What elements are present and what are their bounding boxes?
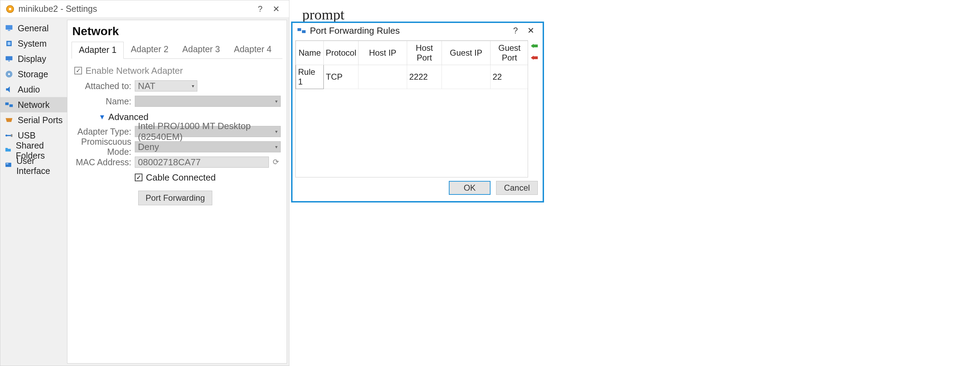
settings-titlebar: minikube2 - Settings ? ✕ (0, 0, 289, 18)
svg-point-1 (9, 8, 11, 10)
sidebar-item-system[interactable]: System (0, 36, 67, 51)
cable-connected-checkbox[interactable]: Cable Connected (135, 172, 281, 183)
promiscuous-select: Deny▾ (135, 141, 281, 152)
pf-table[interactable]: Name Protocol Host IP Host Port Guest IP… (295, 40, 528, 177)
svg-rect-24 (534, 56, 538, 59)
cell-host-port[interactable]: 2222 (407, 65, 442, 89)
svg-rect-11 (5, 102, 9, 105)
chip-icon (5, 39, 14, 48)
col-protocol[interactable]: Protocol (324, 41, 358, 65)
chevron-down-icon: ▾ (275, 99, 278, 104)
network-icon (5, 100, 14, 109)
adapter-tabs: Adapter 1 Adapter 2 Adapter 3 Adapter 4 (72, 42, 282, 59)
attached-to-label: Attached to: (73, 81, 135, 91)
sidebar-item-label: Network (18, 100, 50, 110)
gear-icon (5, 4, 15, 14)
tab-adapter-4[interactable]: Adapter 4 (227, 42, 278, 58)
ok-button[interactable]: OK (449, 181, 490, 195)
sidebar-item-general[interactable]: General (0, 21, 67, 36)
promiscuous-label: Promiscuous Mode: (73, 137, 135, 157)
display-icon (5, 54, 14, 63)
section-title: Network (72, 24, 282, 38)
serial-icon (5, 115, 14, 125)
table-row[interactable]: Rule 1 TCP 2222 22 (296, 65, 528, 89)
network-icon (297, 26, 306, 35)
port-forwarding-button[interactable]: Port Forwarding (138, 191, 212, 205)
cell-guest-port[interactable]: 22 (490, 65, 528, 89)
svg-rect-3 (8, 30, 10, 30)
close-icon[interactable]: ✕ (523, 26, 538, 35)
cell-host-ip[interactable] (358, 65, 407, 89)
svg-rect-17 (6, 163, 11, 167)
window-title: minikube2 - Settings (18, 4, 252, 14)
disclosure-triangle-icon: ▼ (99, 113, 106, 121)
refresh-icon[interactable]: ⟳ (272, 158, 280, 167)
svg-rect-2 (6, 25, 13, 30)
tab-adapter-1[interactable]: Adapter 1 (72, 42, 124, 59)
settings-content: Network Adapter 1 Adapter 2 Adapter 3 Ad… (67, 20, 287, 364)
cell-name[interactable]: Rule 1 (296, 65, 324, 89)
col-guest-ip[interactable]: Guest IP (442, 41, 490, 65)
svg-rect-12 (10, 104, 13, 107)
svg-marker-21 (531, 44, 534, 48)
close-icon[interactable]: ✕ (268, 4, 284, 14)
enable-adapter-checkbox[interactable]: Enable Network Adapter (74, 66, 183, 76)
pf-side-toolbar (530, 40, 540, 177)
ui-icon (5, 161, 12, 171)
svg-point-9 (8, 73, 10, 75)
adapter-type-select: Intel PRO/1000 MT Desktop (82540EM)▾ (135, 126, 281, 137)
mac-input[interactable]: 08002718CA77 (135, 157, 269, 168)
svg-point-15 (6, 135, 7, 136)
sidebar-item-label: Audio (18, 85, 40, 94)
help-icon[interactable]: ? (508, 26, 523, 35)
chevron-down-icon: ▾ (192, 83, 194, 89)
disk-icon (5, 70, 14, 78)
sidebar-item-network[interactable]: Network (0, 97, 67, 112)
svg-marker-13 (6, 118, 13, 122)
cable-connected-label: Cable Connected (146, 172, 216, 183)
svg-rect-22 (534, 45, 538, 47)
usb-icon (5, 131, 14, 140)
svg-marker-23 (531, 56, 534, 60)
monitor-icon (5, 24, 14, 33)
sidebar-item-label: User Interface (16, 156, 63, 176)
port-forwarding-dialog: Port Forwarding Rules ? ✕ Name Protocol … (291, 22, 544, 203)
tab-adapter-3[interactable]: Adapter 3 (175, 42, 227, 58)
sidebar-item-label: USB (18, 131, 35, 141)
cancel-button[interactable]: Cancel (496, 181, 538, 195)
sidebar-item-label: System (18, 38, 46, 49)
pf-title: Port Forwarding Rules (310, 26, 508, 36)
cell-guest-ip[interactable] (442, 65, 490, 89)
mac-label: MAC Address: (73, 157, 135, 167)
attached-to-select[interactable]: NAT ▾ (135, 80, 197, 91)
sidebar-item-user-interface[interactable]: User Interface (0, 158, 67, 174)
remove-rule-icon[interactable] (530, 54, 538, 61)
svg-rect-19 (298, 28, 301, 31)
col-guest-port[interactable]: Guest Port (490, 41, 528, 65)
pf-footer: OK Cancel (293, 177, 542, 198)
enable-adapter-label: Enable Network Adapter (86, 66, 183, 76)
folder-icon (5, 146, 12, 155)
adapter-type-label: Adapter Type: (73, 127, 135, 137)
svg-marker-10 (6, 86, 10, 92)
sidebar-item-audio[interactable]: Audio (0, 82, 67, 97)
svg-rect-18 (6, 163, 8, 165)
col-host-ip[interactable]: Host IP (358, 41, 407, 65)
col-name[interactable]: Name (296, 41, 324, 65)
help-icon[interactable]: ? (252, 4, 268, 14)
settings-sidebar: General System Display Storage Audio Net… (0, 18, 67, 366)
sidebar-item-serial-ports[interactable]: Serial Ports (0, 112, 67, 128)
tab-adapter-2[interactable]: Adapter 2 (124, 42, 175, 58)
sidebar-item-label: Serial Ports (18, 115, 62, 125)
sidebar-item-label: Storage (18, 69, 48, 79)
attached-to-value: NAT (138, 81, 155, 91)
sidebar-item-label: General (18, 23, 49, 34)
sidebar-item-storage[interactable]: Storage (0, 66, 67, 82)
name-select: ▾ (135, 96, 281, 107)
svg-rect-16 (11, 134, 12, 137)
add-rule-icon[interactable] (530, 42, 538, 50)
sidebar-item-display[interactable]: Display (0, 51, 67, 66)
cell-protocol[interactable]: TCP (324, 65, 358, 89)
chevron-down-icon: ▾ (275, 144, 278, 150)
col-host-port[interactable]: Host Port (407, 41, 442, 65)
